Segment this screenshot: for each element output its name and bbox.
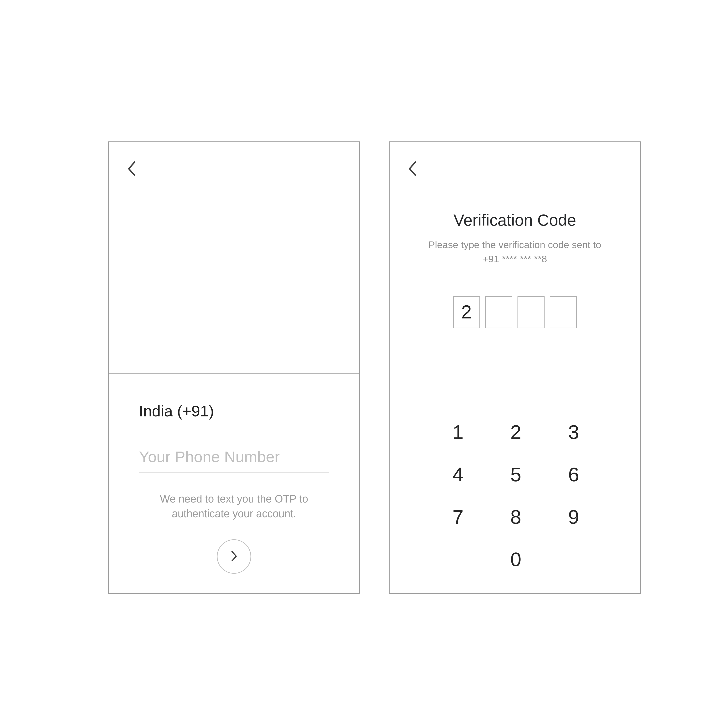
keypad-key-5[interactable]: 5 [487, 463, 545, 486]
otp-digit-3[interactable] [517, 296, 544, 328]
otp-digit-1[interactable]: 2 [453, 296, 480, 328]
chevron-right-icon [231, 551, 237, 562]
keypad-key-9[interactable]: 9 [545, 506, 603, 528]
back-button[interactable] [125, 163, 138, 175]
chevron-left-icon [127, 161, 136, 177]
otp-digit-4[interactable] [550, 296, 577, 328]
keypad-key-6[interactable]: 6 [545, 463, 603, 486]
chevron-left-icon [408, 161, 417, 177]
country-code-select[interactable]: India (+91) [139, 402, 329, 427]
phone-entry-screen: India (+91) We need to text you the OTP … [108, 141, 360, 594]
country-code-label: India (+91) [139, 402, 214, 420]
otp-input-row: 2 [390, 296, 640, 328]
keypad-key-7[interactable]: 7 [429, 506, 487, 528]
keypad-key-4[interactable]: 4 [429, 463, 487, 486]
keypad-key-3[interactable]: 3 [545, 421, 603, 444]
verification-screen: Verification Code Please type the verifi… [389, 141, 641, 594]
verification-title: Verification Code [390, 211, 640, 229]
keypad-key-8[interactable]: 8 [487, 506, 545, 528]
next-button[interactable] [217, 539, 251, 574]
horizontal-divider [109, 373, 359, 373]
back-button[interactable] [406, 163, 419, 175]
otp-helper-text: We need to text you the OTP to authentic… [138, 491, 330, 521]
numeric-keypad: 1 2 3 4 5 6 7 8 9 0 [429, 421, 603, 571]
keypad-key-0[interactable]: 0 [487, 548, 545, 571]
keypad-key-2[interactable]: 2 [487, 421, 545, 444]
phone-input-row [139, 448, 329, 473]
otp-digit-2[interactable] [485, 296, 512, 328]
otp-digit-1-value: 2 [461, 301, 471, 323]
phone-number-input[interactable] [139, 448, 329, 466]
keypad-key-1[interactable]: 1 [429, 421, 487, 444]
verification-subtitle: Please type the verification code sent t… [425, 238, 605, 266]
